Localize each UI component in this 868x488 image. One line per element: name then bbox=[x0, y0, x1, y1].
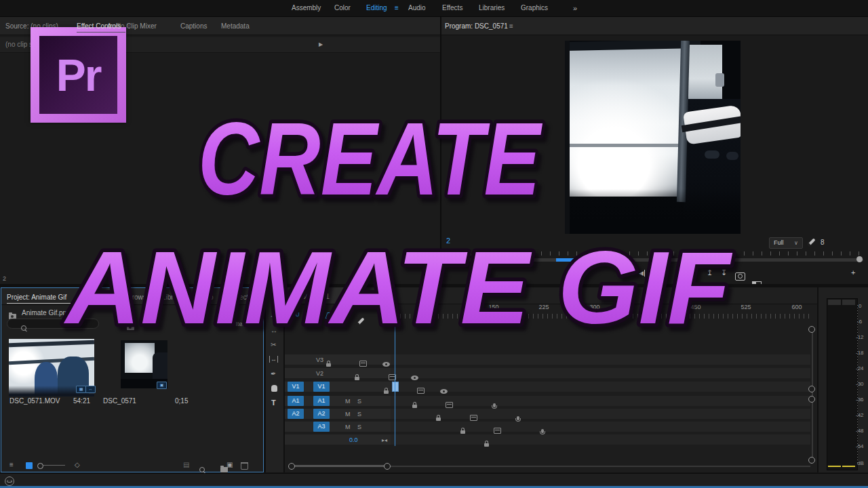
program-menu-icon[interactable]: ≡ bbox=[509, 22, 513, 30]
panel-divider[interactable] bbox=[283, 287, 285, 472]
a2-target-toggle[interactable]: A2 bbox=[313, 409, 330, 419]
v1-sync-lock-icon[interactable] bbox=[417, 388, 425, 394]
v1-toggle-output-eye-icon[interactable] bbox=[440, 389, 448, 394]
zoom-level-dropdown[interactable]: Full ∨ bbox=[769, 237, 803, 249]
clip-name[interactable]: DSC_0571.MOV bbox=[9, 397, 60, 405]
program-mini-ruler[interactable] bbox=[444, 251, 865, 256]
sequence-name[interactable]: DSC_0571 bbox=[103, 397, 136, 405]
track-lane-a2[interactable] bbox=[391, 409, 810, 419]
v3-sync-lock-icon[interactable] bbox=[359, 361, 367, 367]
a2-voiceover-mic-icon[interactable] bbox=[517, 416, 519, 420]
search-input[interactable] bbox=[7, 319, 99, 329]
program-timecode[interactable]: 2 bbox=[446, 237, 450, 245]
extract-icon[interactable]: ↧ bbox=[721, 268, 727, 277]
track-lane-v2[interactable] bbox=[391, 368, 810, 378]
find-icon[interactable] bbox=[199, 467, 205, 472]
a1-voiceover-mic-icon[interactable] bbox=[493, 403, 496, 407]
timeline-vscroll-track[interactable] bbox=[812, 330, 813, 459]
razor-tool-icon[interactable]: ✂ bbox=[271, 341, 276, 348]
workspace-tab-libraries[interactable]: Libraries bbox=[479, 4, 505, 12]
a3-target-toggle[interactable]: A3 bbox=[313, 422, 330, 432]
master-lock-icon[interactable] bbox=[484, 443, 489, 447]
list-view-icon[interactable]: ≡ bbox=[9, 461, 14, 468]
workspace-tab-color[interactable]: Color bbox=[334, 4, 351, 12]
timeline-tab[interactable]: DSC_0571 bbox=[285, 287, 347, 304]
v1-lock-icon[interactable] bbox=[384, 390, 389, 394]
a1-source-patch[interactable]: A1 bbox=[288, 396, 304, 406]
v3-toggle-output-eye-icon[interactable] bbox=[382, 362, 390, 367]
timeline-hscroll-zoom-range[interactable] bbox=[292, 465, 387, 467]
linked-selection-icon[interactable] bbox=[326, 312, 334, 319]
freeform-view-icon[interactable]: ▤ bbox=[183, 461, 189, 468]
export-frame-camera-icon[interactable] bbox=[735, 272, 745, 281]
tab-project[interactable]: Project: Animate Gif bbox=[7, 293, 66, 301]
project-file-name[interactable]: Animate Gif.prproj bbox=[22, 309, 77, 317]
selection-tool-icon[interactable] bbox=[271, 298, 277, 306]
vscroll-handle-4[interactable] bbox=[808, 457, 815, 464]
a3-solo-button[interactable]: S bbox=[357, 424, 361, 430]
go-to-in-icon[interactable]: ⇤ bbox=[620, 268, 626, 277]
delete-trash-icon[interactable] bbox=[241, 462, 248, 470]
scrub-left-handle[interactable] bbox=[441, 257, 448, 264]
timeline-settings-wrench-icon[interactable] bbox=[357, 317, 364, 325]
media-browser-shortcut-icon[interactable] bbox=[127, 325, 134, 330]
step-back-icon[interactable]: ◀ bbox=[639, 270, 645, 277]
program-scrub-bar[interactable] bbox=[444, 258, 863, 262]
thumbnail-zoom-knob[interactable] bbox=[37, 463, 43, 469]
vscroll-handle-3[interactable] bbox=[808, 396, 815, 403]
track-lane-master[interactable] bbox=[391, 434, 810, 445]
fit-clip-icon[interactable]: ▸◂ bbox=[382, 437, 387, 443]
a1-mute-button[interactable]: M bbox=[345, 398, 351, 405]
track-lane-v3[interactable] bbox=[391, 354, 810, 365]
thumbnail-zoom-slider[interactable] bbox=[43, 465, 65, 466]
scrub-right-handle[interactable] bbox=[856, 256, 863, 262]
v1-clip[interactable] bbox=[392, 382, 399, 392]
hand-tool-icon[interactable] bbox=[271, 385, 277, 392]
track-lane-a1[interactable] bbox=[391, 396, 810, 406]
button-editor-plus-icon[interactable]: + bbox=[851, 268, 855, 277]
tab-metadata[interactable]: Metadata bbox=[221, 22, 250, 30]
v2-label[interactable]: V2 bbox=[316, 370, 323, 377]
creative-cloud-sync-icon[interactable] bbox=[5, 476, 14, 486]
track-lane-a3[interactable] bbox=[391, 422, 810, 432]
a3-voiceover-mic-icon[interactable] bbox=[541, 429, 544, 433]
a3-lock-icon[interactable] bbox=[460, 430, 465, 434]
tab-media-browser[interactable]: Media Browser bbox=[107, 293, 153, 301]
vscroll-handle-2[interactable] bbox=[808, 386, 815, 392]
v1-source-patch[interactable]: V1 bbox=[288, 382, 304, 392]
a3-mute-button[interactable]: M bbox=[345, 424, 351, 430]
v3-label[interactable]: V3 bbox=[316, 357, 323, 363]
automate-to-sequence-icon[interactable]: ◇ bbox=[75, 461, 80, 468]
a2-lock-icon[interactable] bbox=[436, 418, 441, 421]
pen-tool-icon[interactable]: ✒ bbox=[271, 370, 276, 378]
type-tool-icon[interactable]: T bbox=[271, 399, 276, 407]
tab-info[interactable]: Info bbox=[202, 293, 214, 301]
master-level-value[interactable]: 0.0 bbox=[349, 436, 358, 443]
v2-lock-icon[interactable] bbox=[355, 377, 359, 380]
a2-solo-button[interactable]: S bbox=[357, 411, 361, 418]
ripple-edit-tool-icon[interactable]: ↔ bbox=[271, 327, 277, 334]
a2-sync-lock-icon[interactable] bbox=[470, 415, 477, 421]
slip-tool-icon[interactable]: ↔ bbox=[269, 356, 278, 363]
v3-lock-icon[interactable] bbox=[326, 363, 331, 367]
snap-magnet-icon[interactable]: ∪ bbox=[295, 310, 300, 318]
workspace-tab-editing[interactable]: Editing bbox=[366, 4, 387, 12]
tab-program-monitor[interactable]: Program: DSC_0571 bbox=[445, 22, 508, 30]
panel-divider[interactable] bbox=[264, 287, 266, 472]
project-menu-icon[interactable]: ≡ bbox=[90, 293, 94, 301]
monitor-settings-wrench-icon[interactable] bbox=[808, 238, 815, 245]
a2-source-patch[interactable]: A2 bbox=[288, 409, 304, 419]
workspace-overflow-icon[interactable]: » bbox=[573, 4, 577, 12]
a3-sync-lock-icon[interactable] bbox=[494, 428, 501, 434]
hscroll-left-handle[interactable] bbox=[288, 463, 295, 470]
a2-mute-button[interactable]: M bbox=[345, 411, 351, 418]
icon-view-icon[interactable] bbox=[26, 462, 33, 469]
workspace-editing-menu-icon[interactable]: ≡ bbox=[395, 4, 399, 12]
vscroll-handle-1[interactable] bbox=[808, 326, 815, 333]
timeline-playhead[interactable] bbox=[395, 302, 395, 446]
workspace-tab-graphics[interactable]: Graphics bbox=[521, 4, 548, 12]
workspace-tab-assembly[interactable]: Assembly bbox=[292, 4, 321, 12]
a1-lock-icon[interactable] bbox=[412, 405, 417, 408]
tab-libraries[interactable]: Libraries bbox=[162, 293, 188, 301]
a1-target-toggle[interactable]: A1 bbox=[313, 396, 330, 406]
